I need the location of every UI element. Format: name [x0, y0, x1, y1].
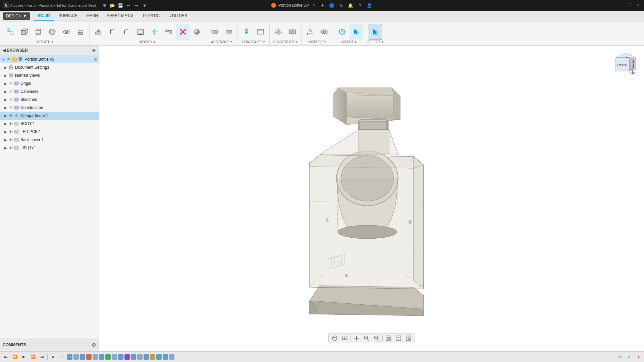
tree-item-sketches[interactable]: ▶ 👁 Sketches — [0, 96, 99, 104]
sketches-visibility[interactable]: 👁 — [8, 97, 13, 102]
inspect-label[interactable]: INSPECT ▼ — [308, 40, 326, 45]
back-cover-expand[interactable]: ▶ — [3, 137, 8, 142]
feature-btn-12[interactable] — [137, 354, 143, 360]
grid-btn[interactable] — [394, 334, 403, 342]
compartment-expand[interactable]: ▶ — [3, 113, 8, 118]
feature-btn-17[interactable] — [169, 354, 174, 360]
led-pcb-expand[interactable]: ▶ — [3, 129, 8, 134]
move-btn[interactable] — [148, 24, 161, 40]
feature-btn-3[interactable] — [80, 354, 85, 360]
more-display-btn[interactable] — [404, 334, 413, 342]
select-cursor-btn[interactable] — [369, 24, 382, 40]
modify-label[interactable]: MODIFY ▼ — [140, 40, 156, 45]
sphere-btn[interactable] — [46, 24, 59, 40]
compartment-visibility[interactable]: 👁 — [8, 113, 13, 118]
user-avatar[interactable]: 👤 — [366, 2, 373, 9]
viewport[interactable]: FRONT RIGHT TOP X Y Z — [99, 46, 644, 351]
origin-visibility[interactable]: 👁 — [8, 81, 13, 86]
back-cover-visibility[interactable]: 👁 — [8, 137, 13, 142]
play-btn[interactable]: ▶ — [19, 353, 28, 361]
table-btn[interactable] — [254, 24, 267, 40]
notify-btn[interactable]: 🔔 — [347, 2, 354, 9]
timeline-zoom-in[interactable]: ⊕ — [625, 353, 633, 361]
offset-plane-btn[interactable] — [272, 24, 285, 40]
as-built-joint-btn[interactable] — [222, 24, 235, 40]
prev-btn[interactable]: ⏪ — [10, 353, 19, 361]
account-btn[interactable]: 🔵 — [328, 2, 335, 9]
tree-item-canvases[interactable]: ▶ 👁 Canvases — [0, 87, 99, 96]
feature-btn-5[interactable] — [93, 354, 98, 360]
design-dropdown-btn[interactable]: DESIGN ▼ — [3, 12, 30, 20]
physical-material-btn[interactable] — [190, 24, 204, 40]
root-expand-icon[interactable]: ▼ — [1, 57, 6, 62]
tree-item-back-cover[interactable]: ▶ 👁 Back cover:1 — [0, 136, 99, 144]
create-label[interactable]: CREATE ▼ — [37, 40, 54, 45]
led-pcb-visibility[interactable]: 👁 — [8, 129, 13, 134]
feature-btn-16[interactable] — [163, 354, 168, 360]
tree-item-document-settings[interactable]: ▶ Document Settings — [0, 63, 99, 71]
press-pull-btn[interactable] — [92, 24, 105, 40]
tree-item-lid[interactable]: ▶ 👁 LID (1):1 — [0, 144, 99, 152]
insert-label[interactable]: INSERT ▼ — [341, 40, 357, 45]
zoom-out-btn[interactable] — [372, 334, 381, 342]
feature-btn-11[interactable] — [131, 354, 136, 360]
insert-derive-btn[interactable] — [335, 24, 349, 40]
tree-item-led-pcb[interactable]: ▶ 👁 LED PCB:1 — [0, 128, 99, 136]
feature-btn-7[interactable] — [105, 354, 111, 360]
undo-btn[interactable]: ↩ — [125, 2, 132, 9]
browser-header[interactable]: ◀ BROWSER ⊕ — [0, 46, 99, 55]
display-mode-btn[interactable] — [384, 334, 393, 342]
minimize-btn[interactable]: — — [616, 2, 623, 9]
root-settings-icon[interactable]: ⚙ — [94, 57, 97, 62]
help-btn[interactable]: ? — [356, 2, 364, 9]
tree-item-construction[interactable]: ▶ 👁 Construction — [0, 104, 99, 112]
doc-settings-expand[interactable]: ▶ — [3, 65, 8, 70]
delete-btn[interactable] — [176, 24, 190, 40]
new-component-btn[interactable] — [3, 24, 17, 40]
tab-close-btn[interactable]: × — [311, 3, 317, 8]
skip-start-btn[interactable]: ⏮ — [1, 353, 10, 361]
skip-end-btn[interactable]: ⏭ — [38, 353, 46, 361]
root-visibility-icon[interactable]: 👁 — [6, 57, 11, 62]
feature-btn-10[interactable] — [124, 354, 130, 360]
sync-btn[interactable]: ↻ — [337, 2, 345, 9]
feature-btn-13[interactable] — [144, 354, 149, 360]
body-expand[interactable]: ▶ — [3, 121, 8, 126]
tab-utilities[interactable]: UTILITIES — [164, 11, 191, 21]
box-btn[interactable] — [17, 24, 31, 40]
fillet-btn[interactable] — [106, 24, 119, 40]
feature-btn-9[interactable] — [118, 354, 123, 360]
midplane-btn[interactable] — [286, 24, 299, 40]
align-btn[interactable] — [162, 24, 175, 40]
qa-more-btn[interactable]: ▼ — [141, 2, 148, 9]
origin-expand[interactable]: ▶ — [3, 81, 8, 86]
lid-expand[interactable]: ▶ — [3, 145, 8, 150]
measure-btn[interactable] — [304, 24, 317, 40]
sketch-icon-btn[interactable]: ✏ — [58, 353, 66, 361]
timeline-zoom-out[interactable]: ⊖ — [615, 353, 624, 361]
tab-sheet-metal[interactable]: SHEET METAL — [103, 11, 138, 21]
comments-add-icon[interactable]: ⊕ — [92, 342, 96, 348]
timeline-settings-btn[interactable]: ⚙ — [49, 353, 57, 361]
canvases-expand[interactable]: ▶ — [3, 89, 8, 94]
configure-label[interactable]: CONFIGURE ▼ — [242, 40, 265, 45]
change-parameters-btn[interactable] — [240, 24, 253, 40]
feature-btn-6[interactable] — [99, 354, 104, 360]
tree-item-compartment[interactable]: ▶ 👁 Compartment:1 — [0, 112, 99, 120]
view-cube-svg[interactable]: FRONT RIGHT TOP X Y Z — [609, 51, 636, 78]
feature-btn-4[interactable] — [86, 354, 92, 360]
interference-btn[interactable] — [318, 24, 331, 40]
new-btn[interactable]: ⊞ — [101, 2, 108, 9]
zoom-btn[interactable] — [362, 334, 371, 342]
tree-item-origin[interactable]: ▶ 👁 Origin — [0, 79, 99, 87]
select-label[interactable]: SELECT ▼ — [367, 40, 384, 45]
look-at-btn[interactable] — [340, 334, 350, 342]
tab-mesh[interactable]: MESH — [82, 11, 102, 21]
tree-item-named-views[interactable]: ▶ Named Views — [0, 71, 99, 79]
shell-btn[interactable] — [134, 24, 147, 40]
new-tab-btn[interactable]: ＋ — [319, 2, 326, 9]
construct-label[interactable]: CONSTRUCT ▼ — [273, 40, 298, 45]
extrude-btn[interactable] — [74, 24, 87, 40]
construction-visibility[interactable]: 👁 — [8, 105, 13, 110]
redo-btn[interactable]: ↪ — [133, 2, 140, 9]
